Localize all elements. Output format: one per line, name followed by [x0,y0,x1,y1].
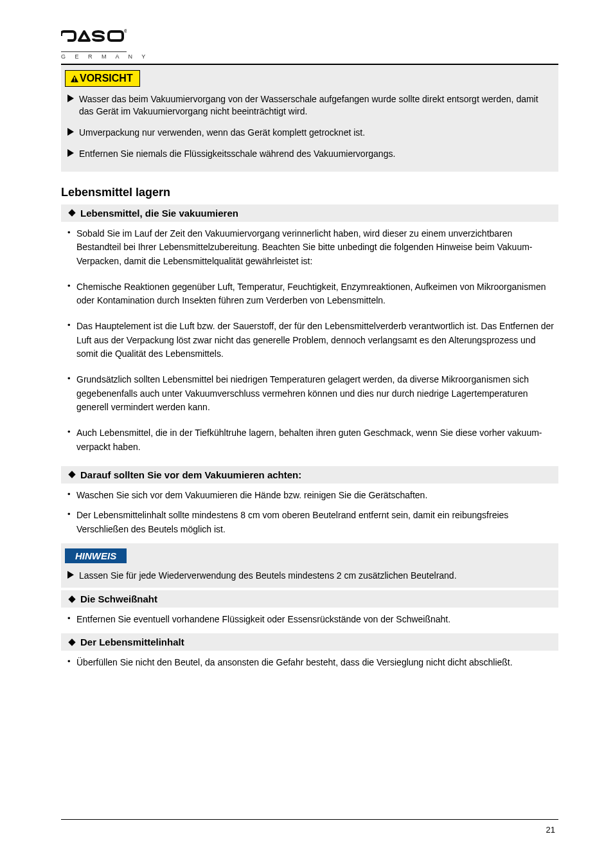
subheading-text: Der Lebensmittelinhalt [80,637,184,647]
vorsicht-item: Umverpackung nur verwenden, wenn das Ger… [79,127,365,139]
list-item: Der Lebensmittelinhalt sollte mindestens… [76,509,558,536]
sec1-list: •Sobald Sie im Lauf der Zeit den Vakuumi… [61,222,558,455]
sec4-list: •Überfüllen Sie nicht den Beutel, da ans… [61,651,558,670]
svg-rect-2 [109,32,123,41]
vorsicht-badge: VORSICHT [65,70,140,87]
diamond-icon [65,595,79,603]
list-item: Auch Lebensmittel, die in der Tiefkühltr… [76,426,558,454]
bullet-icon: • [67,320,76,331]
list-item: Überfüllen Sie nicht den Beutel, da anso… [76,656,513,670]
subheading-row: Lebensmittel, die Sie vakuumieren [61,204,558,222]
svg-rect-8 [68,595,75,602]
subheading-row: Die Schweißnaht [61,590,558,608]
svg-text:®: ® [124,29,127,33]
vorsicht-list: Wasser das beim Vakuumiervorgang von der… [65,93,555,160]
arrow-icon [67,128,79,136]
svg-rect-5 [74,80,75,82]
logo-top: ® [61,30,127,50]
vorsicht-block: VORSICHT Wasser das beim Vakuumiervorgan… [61,65,558,172]
list-item: Chemische Reaktionen gegenüber Luft, Tem… [76,280,558,308]
bullet-icon: • [67,656,76,667]
sec3-list: •Entfernen Sie eventuell vorhandene Flüs… [61,608,558,627]
hinweis-item: Lassen Sie für jede Wiederverwendung des… [79,570,457,582]
hinweis-block: HINWEIS Lassen Sie für jede Wiederverwen… [61,543,558,588]
arrow-icon [67,149,79,157]
list-item: Waschen Sie sich vor dem Vakuumieren die… [76,489,427,503]
bullet-icon: • [67,426,76,438]
subheading-text: Darauf sollten Sie vor dem Vakuumieren a… [80,469,301,480]
list-item: Sobald Sie im Lauf der Zeit den Vakuumie… [76,227,558,269]
section-title: Lebensmittel lagern [61,186,558,199]
svg-rect-4 [74,77,75,80]
bullet-icon: • [67,489,76,500]
diamond-icon [65,638,79,646]
bullet-icon: • [67,280,76,292]
list-item: Das Hauptelement ist die Luft bzw. der S… [76,320,558,361]
svg-rect-9 [68,638,75,646]
footer-divider [61,819,558,820]
hinweis-label: HINWEIS [75,550,116,561]
diamond-icon [65,471,79,478]
logo-subtext: G E R M A N Y [61,53,558,60]
bullet-icon: • [67,373,76,384]
svg-rect-7 [68,471,75,478]
list-item: Grundsätzlich sollten Lebensmittel bei n… [76,373,558,415]
arrow-icon [67,571,79,579]
svg-rect-1 [61,36,67,43]
page-number: 21 [546,825,555,835]
sec2-list: •Waschen Sie sich vor dem Vakuumieren di… [61,484,558,537]
subheading-text: Lebensmittel, die Sie vakuumieren [80,208,238,219]
vorsicht-label: VORSICHT [80,73,133,84]
subheading-row: Der Lebensmittelinhalt [61,633,558,651]
list-item: Entfernen Sie eventuell vorhandene Flüss… [76,613,450,627]
vorsicht-item: Entfernen Sie niemals die Flüssigkeitssc… [79,148,395,160]
bullet-icon: • [67,227,76,239]
diamond-icon [65,209,79,217]
hinweis-badge: HINWEIS [65,548,127,563]
bullet-icon: • [67,613,76,624]
vorsicht-item: Wasser das beim Vakuumiervorgang von der… [79,93,555,118]
svg-rect-6 [68,209,75,216]
subheading-text: Die Schweißnaht [80,593,157,604]
bullet-icon: • [67,509,76,520]
hinweis-list: Lassen Sie für jede Wiederverwendung des… [65,570,555,582]
brand-logo: ® G E R M A N Y [61,29,558,60]
arrow-icon [67,95,79,102]
subheading-row: Darauf sollten Sie vor dem Vakuumieren a… [61,466,558,484]
